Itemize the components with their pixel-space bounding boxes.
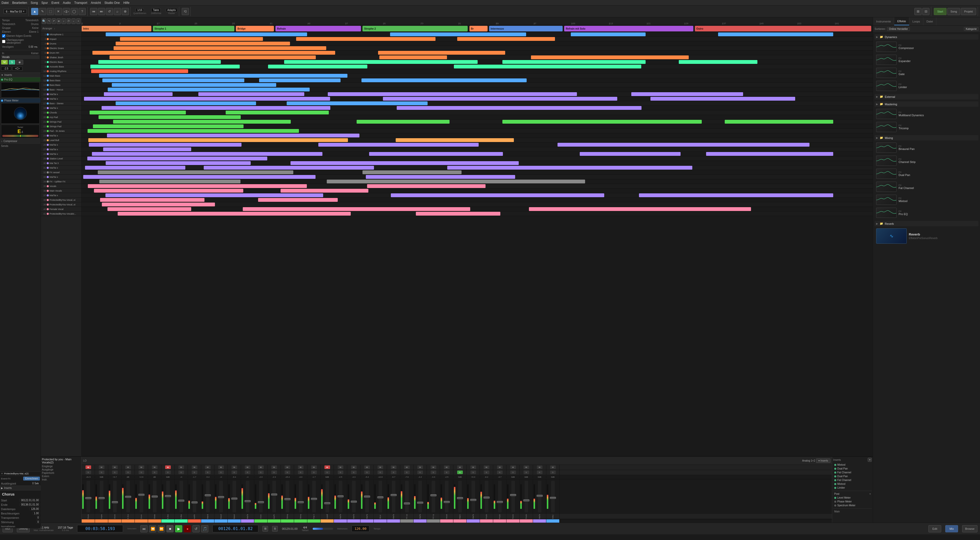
menu-event[interactable]: Event — [51, 1, 59, 5]
timestretch-value[interactable]: Drums — [31, 23, 38, 25]
ch-solo-33[interactable]: S — [523, 470, 529, 474]
clip-21-0[interactable] — [113, 120, 291, 124]
snap-btn[interactable]: ⊞ — [262, 526, 268, 532]
insert-item-4[interactable]: Fat Channel — [833, 478, 872, 482]
clip-6-0[interactable] — [92, 51, 335, 55]
click-btn[interactable]: 🎵 — [201, 525, 208, 532]
clip-31-1[interactable] — [204, 166, 374, 170]
ch-mute-17[interactable]: M — [311, 465, 317, 469]
ch-mute-25[interactable]: M — [417, 465, 423, 469]
ch-mute-32[interactable]: M — [510, 465, 516, 469]
timeline-marker-btn[interactable]: ⬦ — [72, 18, 76, 24]
start-btn[interactable]: Start — [934, 8, 947, 15]
ch-fader-handle-35[interactable] — [550, 497, 556, 499]
iq-btn[interactable]: IQ — [182, 8, 189, 15]
ch-solo-13[interactable]: S — [258, 470, 264, 474]
ch-mute-23[interactable]: M — [391, 465, 396, 469]
timeline-clock-btn[interactable]: ⏱ — [67, 18, 71, 24]
clip-36-1[interactable] — [280, 189, 368, 193]
ch-mute-29[interactable]: M — [471, 465, 476, 469]
loop-transport-btn[interactable]: ↺ — [192, 525, 200, 532]
ch-fader-handle-14[interactable] — [271, 494, 277, 495]
record-btn[interactable]: ⊕ — [122, 8, 129, 15]
ch-mute-3[interactable]: M — [125, 465, 131, 469]
ch-fader-handle-32[interactable] — [510, 494, 516, 496]
clip-8-2[interactable] — [503, 60, 645, 64]
track-header-7[interactable]: 7Shaker, Bosh — [41, 55, 81, 60]
end-value[interactable]: 00138.01.01.00 — [20, 503, 40, 506]
track-header-20[interactable]: 20Arp Pad — [41, 115, 81, 119]
ch-solo-28[interactable]: S — [457, 470, 463, 474]
clip-31-2[interactable] — [447, 166, 692, 170]
clip-3-0[interactable] — [120, 37, 263, 41]
clip-18-1[interactable] — [397, 106, 641, 110]
pencil-tool-btn[interactable]: ✎ — [39, 8, 46, 15]
track-header-30[interactable]: 30Mai Tai 3 — [41, 161, 81, 166]
clip-32-0[interactable] — [98, 170, 293, 174]
ch-mute-34[interactable]: M — [537, 465, 542, 469]
song-block-refrain-mit-solo[interactable]: Refrain mit Solo — [564, 26, 693, 32]
track-header-28[interactable]: 28MaiTai x — [41, 152, 81, 156]
ch-solo-12[interactable]: S — [245, 470, 250, 474]
rewind-btn[interactable]: ⏪ — [149, 525, 156, 532]
clip-7-1[interactable] — [379, 56, 447, 59]
ffwd-transport-btn[interactable]: ⏩ — [158, 525, 165, 532]
timeline-note-btn[interactable]: ♪ — [62, 18, 65, 24]
timeline-flag-btn[interactable]: + — [76, 18, 80, 24]
ch-fader-handle-30[interactable] — [484, 497, 490, 499]
arrow-tool-btn[interactable]: ▲ — [31, 8, 38, 15]
track-header-19[interactable]: 19Chords — [41, 110, 81, 115]
ch-mute-28[interactable]: M — [457, 465, 463, 469]
transpose-value[interactable]: 0 — [36, 516, 40, 519]
ch-fader-handle-16[interactable] — [298, 501, 304, 503]
track-header-18[interactable]: 18MaiTai x — [41, 106, 81, 110]
ch-mute-15[interactable]: M — [285, 465, 290, 469]
clip-33-0[interactable] — [83, 175, 315, 179]
track-header-21[interactable]: 21Strings Pad — [41, 119, 81, 124]
clip-8-0[interactable] — [98, 60, 221, 64]
clip-16-0[interactable] — [84, 97, 330, 100]
clip-9-1[interactable] — [268, 65, 368, 68]
menu-ansicht[interactable]: Ansicht — [91, 1, 101, 5]
song-btn[interactable]: Song — [947, 8, 960, 15]
tab-datei[interactable]: Datei — [923, 18, 936, 25]
clip-21-2[interactable] — [503, 120, 702, 124]
level-value[interactable]: Ebene 1 — [29, 30, 38, 33]
ch-mute-31[interactable]: M — [497, 465, 503, 469]
fx-item-binaural-pan[interactable]: FXBinaural Pan — [875, 142, 978, 154]
record-transport-btn[interactable]: ● — [184, 525, 191, 532]
ffwd-btn[interactable]: ⏭ — [98, 8, 105, 15]
ch-solo-14[interactable]: S — [271, 470, 277, 474]
track-header-22[interactable]: 22Strings Pad — [41, 124, 81, 129]
ch-fader-handle-5[interactable] — [152, 495, 158, 498]
insert-item-3[interactable]: Dual Pan — [833, 474, 872, 478]
ch-fader-handle-4[interactable] — [138, 494, 145, 496]
song-block-refrain[interactable]: Refrain — [275, 26, 361, 32]
clip-28-2[interactable] — [580, 152, 681, 156]
fx-item-mixtool[interactable]: FXMixtool — [875, 194, 978, 206]
solo-btn[interactable]: S — [9, 60, 15, 65]
song-block-br[interactable]: Br — [469, 26, 488, 32]
track-header-41[interactable]: 41ProtectedByYou-Vocaloi... — [41, 212, 81, 216]
select-tool-btn[interactable]: ⬚ — [47, 8, 54, 15]
insert-expand-btn[interactable]: ▾ — [868, 458, 872, 462]
ch-solo-32[interactable]: S — [510, 470, 516, 474]
adaptive-value[interactable]: Adaptiv — [166, 8, 177, 12]
ch-mute-26[interactable]: M — [431, 465, 436, 469]
clip-25-1[interactable] — [396, 138, 514, 142]
fx-item-dual-pan[interactable]: FXDual Pan — [875, 167, 978, 180]
ch-fader-handle-1[interactable] — [99, 497, 105, 499]
overlap-checkbox[interactable] — [2, 40, 5, 43]
clip-8-3[interactable] — [679, 60, 758, 64]
ch-solo-5[interactable]: S — [152, 470, 158, 474]
clip-7-0[interactable] — [110, 56, 316, 59]
level-meter-item[interactable]: Level Meter — [833, 496, 872, 500]
ch-solo-30[interactable]: S — [484, 470, 489, 474]
timeline-event-btn[interactable]: ⊕ — [57, 18, 61, 24]
ch-fader-handle-33[interactable] — [523, 499, 530, 502]
clip-3-2[interactable] — [457, 37, 555, 41]
ch-fader-handle-25[interactable] — [417, 502, 423, 504]
clip-35-1[interactable] — [367, 184, 485, 188]
clip-32-1[interactable] — [363, 170, 462, 174]
ch-solo-18[interactable]: S — [325, 470, 330, 474]
